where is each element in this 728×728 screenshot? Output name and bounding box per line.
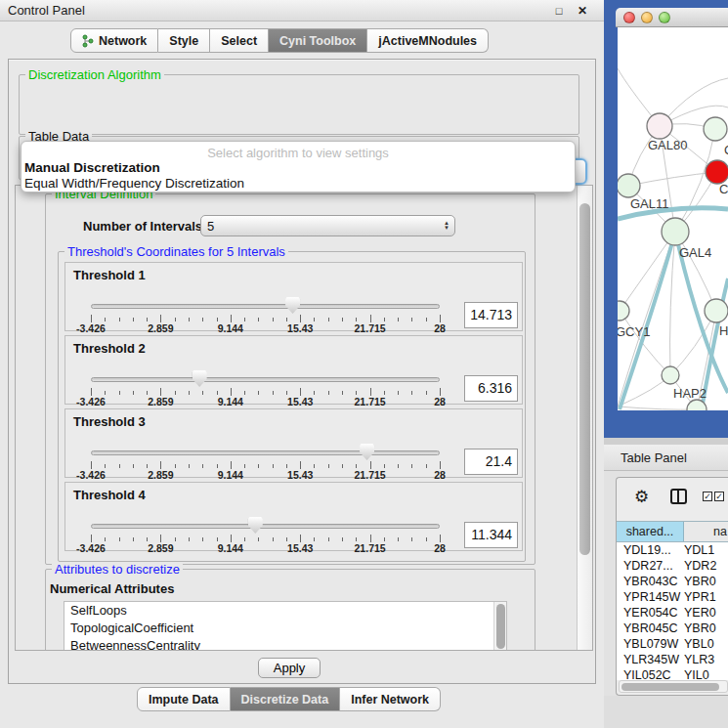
table-row[interactable]: YBL079W YBL0: [617, 636, 728, 652]
slider-thumb[interactable]: [360, 444, 374, 460]
node-gal11[interactable]: [618, 174, 640, 197]
table-row[interactable]: YDR27... YDR2: [617, 558, 728, 574]
slider-track: [91, 524, 440, 529]
slider-thumb[interactable]: [193, 370, 207, 387]
tick-mark: [300, 388, 301, 396]
column-header-name[interactable]: na: [684, 522, 728, 541]
table-row[interactable]: YIL052C YIL0: [617, 667, 728, 680]
table-row[interactable]: YER054C YER0: [617, 605, 728, 621]
tab-jactivemnodules[interactable]: jActiveMNodules: [367, 28, 489, 53]
node-gal4[interactable]: [662, 218, 689, 245]
tab-jactivemnodules-label: jActiveMNodules: [378, 34, 477, 48]
close-icon[interactable]: ✕: [575, 3, 590, 19]
table-row[interactable]: YBR043C YBR0: [617, 574, 728, 589]
number-of-intervals-combo[interactable]: 5 ▲▼: [200, 215, 455, 236]
checkbox-icon[interactable]: ✓: [703, 492, 712, 501]
scrollbar-thumb[interactable]: [621, 683, 719, 691]
node-red-selected[interactable]: [706, 160, 728, 184]
list-item[interactable]: BetweennessCentrality: [64, 637, 506, 651]
threshold-1-slider[interactable]: [91, 296, 440, 314]
svg-text:GAL80: GAL80: [648, 138, 687, 152]
node-hap2[interactable]: [662, 366, 679, 384]
tick-mark: [286, 537, 287, 541]
numerical-attributes-list[interactable]: SelfLoops TopologicalCoefficient Between…: [64, 601, 507, 651]
zoom-traffic-light-icon[interactable]: [659, 12, 670, 23]
menu-item-equal-width-frequency[interactable]: Equal Width/Frequency Discretization: [21, 176, 575, 192]
split-columns-icon[interactable]: [670, 489, 687, 504]
attributes-list-scrollbar[interactable]: [493, 602, 506, 651]
threshold-4-slider[interactable]: [91, 516, 440, 534]
menu-item-manual-discretization[interactable]: Manual Discretization: [21, 160, 575, 176]
threshold-3-slider[interactable]: [91, 443, 440, 460]
tick-mark: [119, 318, 120, 321]
slider-thumb[interactable]: [248, 517, 263, 534]
slider-scale-labels: -3.4262.8599.14415.4321.71528: [91, 542, 440, 554]
float-window-icon[interactable]: □: [551, 3, 567, 19]
tab-infer-network[interactable]: Infer Network: [340, 687, 441, 711]
tick-mark: [160, 315, 161, 322]
tick-mark: [426, 537, 427, 541]
attributes-group-title: Attributes to discretize: [52, 562, 183, 577]
tick-mark: [356, 391, 357, 395]
tick-mark: [119, 537, 120, 541]
column-header-shared[interactable]: shared...: [617, 522, 684, 541]
checkbox-icon[interactable]: ✓: [714, 492, 724, 501]
bottom-tab-bar: Impute Data Discretize Data Infer Networ…: [137, 687, 441, 711]
threshold-2-slider[interactable]: [91, 369, 440, 387]
threshold-3-value-field[interactable]: 21.4: [464, 449, 518, 475]
tick-mark: [273, 318, 274, 321]
slider-ticks: [91, 315, 440, 322]
tick-mark: [202, 318, 203, 321]
tick-mark: [133, 537, 134, 541]
list-item[interactable]: SelfLoops: [64, 602, 506, 620]
table-toolbar: ⚙ ✓ ✓: [617, 478, 728, 515]
svg-text:C: C: [719, 182, 728, 196]
threshold-2-label: Threshold 2: [73, 341, 146, 356]
minimize-traffic-light-icon[interactable]: [641, 12, 653, 23]
table-row[interactable]: YPR145W YPR1: [617, 589, 728, 605]
node-gal80[interactable]: [647, 113, 672, 139]
tab-network[interactable]: Network: [70, 28, 158, 53]
tick-mark: [202, 391, 203, 395]
table-row[interactable]: YBR045C YBR0: [617, 621, 728, 636]
slider-scale-labels: -3.4262.8599.14415.4321.71528: [91, 322, 440, 334]
scrollbar-thumb[interactable]: [496, 604, 505, 649]
tick-mark: [217, 464, 218, 468]
tick-mark: [328, 318, 329, 321]
settings-vertical-scrollbar[interactable]: [577, 186, 592, 650]
tick-mark: [314, 537, 315, 541]
apply-button[interactable]: Apply: [258, 658, 321, 678]
scrollbar-thumb[interactable]: [579, 203, 590, 555]
tick-mark: [147, 391, 148, 395]
tick-mark: [440, 461, 441, 469]
tick-mark: [370, 315, 371, 322]
tick-mark: [133, 464, 134, 468]
slider-ticks: [91, 535, 440, 542]
threshold-3-label: Threshold 3: [73, 414, 146, 429]
close-traffic-light-icon[interactable]: [623, 12, 635, 23]
list-item[interactable]: TopologicalCoefficient: [64, 620, 506, 637]
tab-discretize-data[interactable]: Discretize Data: [231, 687, 341, 711]
threshold-1-value-field[interactable]: 14.713: [464, 302, 518, 328]
table-row[interactable]: YDL19... YDL1: [617, 542, 728, 558]
slider-thumb[interactable]: [285, 297, 300, 314]
node-gcy1[interactable]: [618, 301, 629, 321]
tick-label: -3.426: [76, 322, 106, 334]
threshold-4-value-field[interactable]: 11.344: [464, 522, 518, 548]
gear-icon[interactable]: ⚙: [634, 487, 649, 507]
table-horizontal-scrollbar[interactable]: [619, 680, 728, 693]
discretization-algorithm-group: Discretization Algorithm: [19, 74, 579, 135]
tick-mark: [119, 391, 120, 395]
tab-cyni-toolbox[interactable]: Cyni Toolbox: [269, 28, 367, 53]
node-partial-top-right[interactable]: [704, 117, 727, 141]
svg-text:GAL4: GAL4: [679, 245, 711, 260]
threshold-2-value-field[interactable]: 6.316: [464, 375, 518, 402]
tab-impute-data[interactable]: Impute Data: [137, 687, 231, 711]
node-h-partial[interactable]: [705, 299, 728, 322]
slider-track: [91, 304, 440, 309]
tab-select[interactable]: Select: [210, 28, 269, 53]
tick-label: 28: [434, 322, 446, 334]
table-row[interactable]: YLR345W YLR3: [617, 652, 728, 667]
tab-style[interactable]: Style: [158, 28, 210, 53]
network-canvas[interactable]: GAL80 G C GAL11 GAL4 H GCY1 HAP2: [618, 27, 728, 410]
